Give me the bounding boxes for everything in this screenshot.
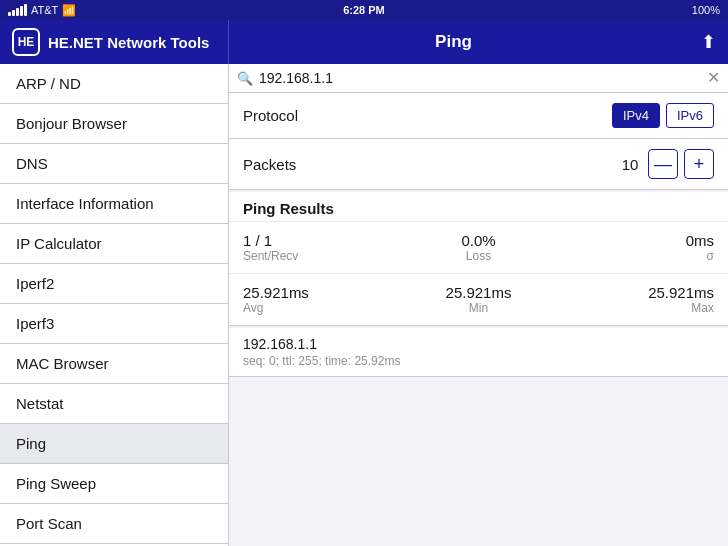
app-title: HE.NET Network Tools: [48, 34, 209, 51]
loss-value: 0.0%: [461, 232, 495, 249]
max-value: 25.921ms: [648, 284, 714, 301]
sidebar-item-netstat[interactable]: Netstat: [0, 384, 228, 424]
battery-icon: 100%: [692, 4, 720, 16]
protocol-label: Protocol: [243, 107, 298, 124]
sigma-value: 0ms: [686, 232, 714, 249]
avg-value: 25.921ms: [243, 284, 399, 301]
results-row-2: 25.921ms Avg 25.921ms Min 25.921ms Max: [229, 273, 728, 325]
ping-results-section: Ping Results 1 / 1 Sent/Recv 0.0% Loss 0…: [229, 192, 728, 326]
sidebar-item-interface-information[interactable]: Interface Information: [0, 184, 228, 224]
sidebar-item-dns[interactable]: DNS: [0, 144, 228, 184]
search-input[interactable]: [259, 70, 701, 86]
min-cell: 25.921ms Min: [401, 280, 557, 319]
sidebar-item-bonjour-browser[interactable]: Bonjour Browser: [0, 104, 228, 144]
status-right: 100%: [692, 4, 720, 16]
log-details: seq: 0; ttl: 255; time: 25.92ms: [243, 354, 714, 368]
sigma-cell: 0ms σ: [558, 228, 714, 267]
min-value: 25.921ms: [446, 284, 512, 301]
main-layout: ARP / NDBonjour BrowserDNSInterface Info…: [0, 64, 728, 546]
search-clear-button[interactable]: ✕: [707, 70, 720, 86]
sidebar-item-port-scan[interactable]: Port Scan: [0, 504, 228, 544]
sidebar-item-ping[interactable]: Ping: [0, 424, 228, 464]
sidebar-item-arp-nd[interactable]: ARP / ND: [0, 64, 228, 104]
search-icon: 🔍: [237, 71, 253, 86]
sent-recv-value: 1 / 1: [243, 232, 399, 249]
share-button[interactable]: ⬆: [701, 31, 716, 53]
status-left: AT&T 📶: [8, 4, 76, 17]
nav-right: ⬆: [678, 31, 728, 53]
avg-label: Avg: [243, 301, 399, 315]
ipv6-button[interactable]: IPv6: [666, 103, 714, 128]
decrement-packets-button[interactable]: —: [648, 149, 678, 179]
sidebar-item-iperf2[interactable]: Iperf2: [0, 264, 228, 304]
protocol-row: Protocol IPv4 IPv6: [229, 93, 728, 139]
packet-count-value: 10: [618, 156, 642, 173]
loss-cell: 0.0% Loss: [401, 228, 557, 267]
nav-center: Ping: [229, 32, 678, 52]
wifi-icon: 📶: [62, 4, 76, 17]
sidebar-item-ping-sweep[interactable]: Ping Sweep: [0, 464, 228, 504]
log-ip: 192.168.1.1: [243, 336, 714, 352]
results-header: Ping Results: [229, 192, 728, 222]
carrier-label: AT&T: [31, 4, 58, 16]
sidebar-item-mac-browser[interactable]: MAC Browser: [0, 344, 228, 384]
sent-recv-label: Sent/Recv: [243, 249, 399, 263]
nav-left: HE HE.NET Network Tools: [0, 20, 229, 64]
results-row-1: 1 / 1 Sent/Recv 0.0% Loss 0ms σ: [229, 222, 728, 273]
search-bar: 🔍 ✕: [229, 64, 728, 93]
protocol-controls: IPv4 IPv6: [612, 103, 714, 128]
app-logo: HE: [12, 28, 40, 56]
log-entry: 192.168.1.1 seq: 0; ttl: 255; time: 25.9…: [229, 328, 728, 377]
sigma-label: σ: [707, 249, 714, 263]
loss-label: Loss: [466, 249, 491, 263]
page-title: Ping: [435, 32, 472, 52]
packets-controls: 10 — +: [618, 149, 714, 179]
sidebar-item-iperf3[interactable]: Iperf3: [0, 304, 228, 344]
increment-packets-button[interactable]: +: [684, 149, 714, 179]
max-cell: 25.921ms Max: [558, 280, 714, 319]
packets-label: Packets: [243, 156, 296, 173]
nav-bar: HE HE.NET Network Tools Ping ⬆: [0, 20, 728, 64]
content-area: 🔍 ✕ Protocol IPv4 IPv6 Packets 10 — + Pi…: [229, 64, 728, 546]
packets-row: Packets 10 — +: [229, 139, 728, 190]
status-bar: AT&T 📶 6:28 PM 100%: [0, 0, 728, 20]
signal-dots-icon: [8, 4, 27, 16]
status-time: 6:28 PM: [343, 4, 385, 16]
avg-cell: 25.921ms Avg: [243, 280, 399, 319]
max-label: Max: [691, 301, 714, 315]
sidebar: ARP / NDBonjour BrowserDNSInterface Info…: [0, 64, 229, 546]
sidebar-item-ip-calculator[interactable]: IP Calculator: [0, 224, 228, 264]
ipv4-button[interactable]: IPv4: [612, 103, 660, 128]
min-label: Min: [469, 301, 488, 315]
sent-recv-cell: 1 / 1 Sent/Recv: [243, 228, 399, 267]
